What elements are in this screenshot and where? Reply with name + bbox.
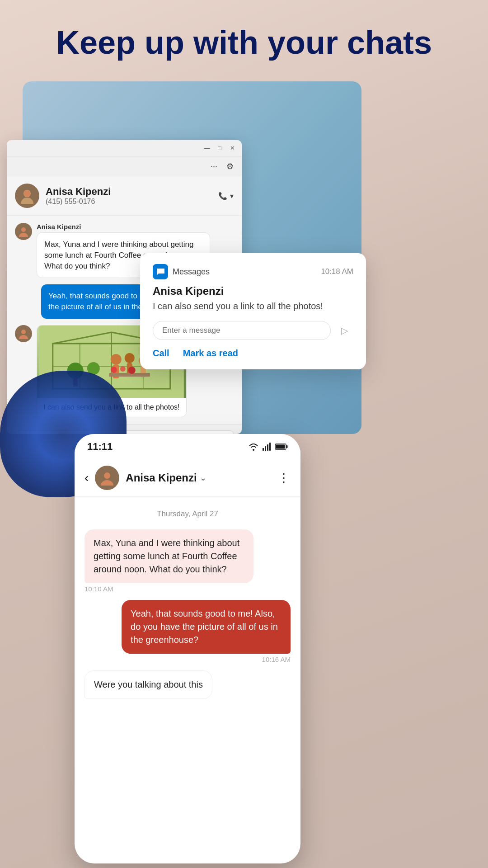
svg-point-21 bbox=[120, 366, 126, 372]
phone-msg-bubble-outgoing-1: Yeah, that sounds good to me! Also, do y… bbox=[122, 600, 291, 654]
call-action-button[interactable]: Call bbox=[153, 348, 169, 359]
svg-rect-29 bbox=[286, 445, 288, 448]
svg-rect-23 bbox=[263, 448, 264, 451]
phone-msg-time-2: 10:16 AM bbox=[262, 656, 291, 663]
contact-phone: (415) 555-0176 bbox=[46, 198, 111, 206]
phone-status-icons bbox=[248, 443, 288, 451]
svg-rect-19 bbox=[109, 373, 150, 377]
phone-message-incoming-partial: Were you talking about this bbox=[84, 670, 291, 699]
phone-icon: 📞 bbox=[218, 192, 227, 200]
svg-rect-28 bbox=[276, 445, 285, 449]
page-headline: Keep up with your chats bbox=[0, 25, 488, 61]
svg-point-20 bbox=[111, 367, 117, 373]
msg-sender-name: Anisa Kipenzi bbox=[37, 223, 234, 231]
minimize-button[interactable]: — bbox=[204, 145, 210, 151]
phone-msg-bubble-partial: Were you talking about this bbox=[84, 670, 212, 699]
messages-app-icon bbox=[153, 264, 168, 279]
phone-msg-time-1: 10:10 AM bbox=[84, 585, 113, 593]
notification-reply-input[interactable] bbox=[153, 321, 331, 340]
notification-message: I can also send you a link to all the ph… bbox=[153, 300, 353, 312]
phone-message-outgoing-1: Yeah, that sounds good to me! Also, do y… bbox=[84, 600, 291, 663]
svg-rect-26 bbox=[269, 443, 271, 451]
phone-mockup: 11:11 ‹ bbox=[75, 434, 300, 863]
svg-point-2 bbox=[21, 227, 26, 232]
svg-point-22 bbox=[128, 367, 136, 374]
date-divider: Thursday, April 27 bbox=[84, 509, 291, 519]
call-dropdown-icon: ▾ bbox=[230, 192, 234, 200]
more-options-icon[interactable]: ··· bbox=[211, 161, 217, 171]
back-button[interactable]: ‹ bbox=[84, 471, 89, 485]
notification-actions: Call Mark as read bbox=[153, 348, 353, 359]
msg-avatar-sm bbox=[15, 223, 32, 240]
settings-icon[interactable]: ⚙ bbox=[226, 161, 234, 171]
svg-point-15 bbox=[125, 353, 135, 363]
notification-send-button[interactable]: ▷ bbox=[335, 321, 353, 340]
notification-app-name: Messages bbox=[173, 267, 210, 277]
phone-chat-body: Thursday, April 27 Max, Yuna and I were … bbox=[75, 497, 300, 708]
svg-rect-24 bbox=[265, 446, 266, 451]
phone-chat-header: ‹ Anisa Kipenzi ⌄ ⋮ bbox=[75, 459, 300, 497]
svg-point-1 bbox=[24, 190, 30, 197]
toolbar: ··· ⚙ bbox=[7, 156, 242, 176]
phone-message-incoming-1: Max, Yuna and I were thinking about gett… bbox=[84, 529, 291, 593]
title-bar: — □ ✕ bbox=[7, 140, 242, 156]
svg-point-3 bbox=[21, 330, 26, 334]
notification-sender: Anisa Kipenzi bbox=[153, 285, 353, 297]
notification-reply-row: ▷ bbox=[153, 321, 353, 340]
phone-msg-bubble-incoming-1: Max, Yuna and I were thinking about gett… bbox=[84, 529, 253, 583]
svg-point-30 bbox=[104, 472, 110, 479]
contact-dropdown-icon[interactable]: ⌄ bbox=[200, 473, 206, 483]
contact-info: Anisa Kipenzi (415) 555-0176 bbox=[46, 186, 111, 206]
battery-icon bbox=[275, 443, 288, 450]
wifi-icon bbox=[248, 443, 259, 451]
notification-popup: Messages 10:18 AM Anisa Kipenzi I can al… bbox=[140, 253, 366, 369]
contact-header: Anisa Kipenzi (415) 555-0176 📞 ▾ bbox=[7, 176, 242, 216]
phone-contact-row: Anisa Kipenzi ⌄ bbox=[126, 472, 206, 484]
close-button[interactable]: ✕ bbox=[229, 145, 235, 151]
mark-as-read-button[interactable]: Mark as read bbox=[183, 348, 238, 359]
phone-status-bar: 11:11 bbox=[75, 434, 300, 459]
notification-header: Messages 10:18 AM bbox=[153, 264, 353, 279]
phone-contact-name: Anisa Kipenzi bbox=[126, 472, 197, 484]
phone-time: 11:11 bbox=[87, 441, 113, 453]
svg-point-13 bbox=[111, 354, 122, 365]
avatar bbox=[15, 184, 39, 208]
phone-avatar bbox=[95, 466, 119, 490]
svg-rect-25 bbox=[267, 444, 268, 451]
maximize-button[interactable]: □ bbox=[216, 145, 223, 151]
signal-icon bbox=[263, 443, 272, 451]
call-button-desktop[interactable]: 📞 ▾ bbox=[218, 192, 234, 200]
notification-app-info: Messages bbox=[153, 264, 210, 279]
notification-time: 10:18 AM bbox=[321, 267, 353, 276]
msg-avatar-sm-2 bbox=[15, 325, 32, 342]
more-options-button[interactable]: ⋮ bbox=[278, 471, 291, 485]
contact-name-desktop: Anisa Kipenzi bbox=[46, 186, 111, 198]
